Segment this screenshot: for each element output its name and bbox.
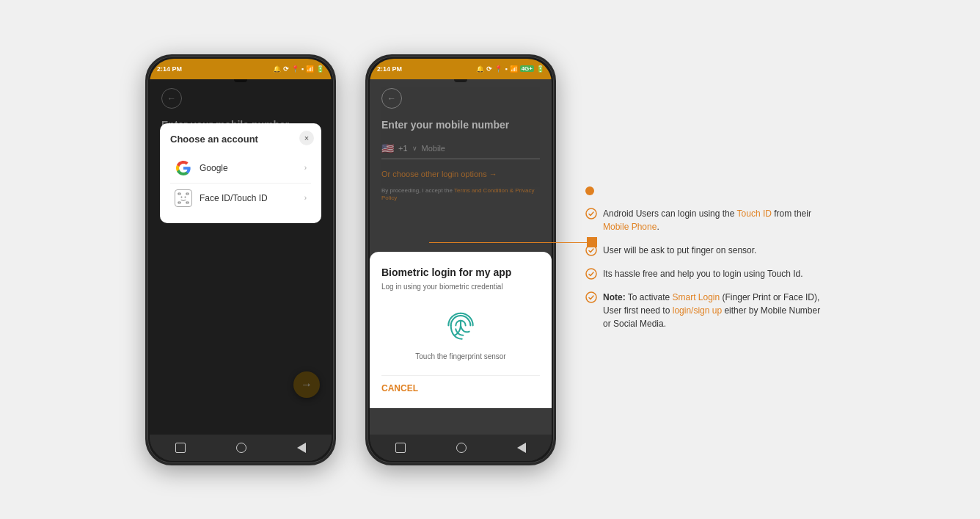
- nav-back-1[interactable]: [297, 443, 306, 453]
- svg-point-7: [586, 245, 596, 255]
- faceid-label: Face ID/Touch ID: [200, 193, 297, 203]
- volume-down-button-2: [365, 149, 367, 170]
- svg-point-5: [185, 196, 186, 197]
- nav-bar-1: [150, 435, 332, 461]
- dialog-close-button[interactable]: ×: [299, 131, 314, 145]
- fingerprint-icon: [442, 308, 479, 345]
- fingerprint-label: Touch the fingerprint sensor: [415, 352, 505, 360]
- google-label: Google: [200, 163, 297, 173]
- info-item-1: Android Users can login using the Touch …: [585, 207, 827, 233]
- connector-line: [429, 242, 590, 243]
- check-icon-2: [585, 244, 597, 256]
- svg-rect-1: [186, 193, 189, 195]
- google-account-item[interactable]: Google ›: [170, 153, 311, 184]
- faceid-chevron: ›: [304, 194, 307, 202]
- status-bar-1: 2:14 PM 🔔⟳📍 ▪📶🔋: [150, 59, 332, 79]
- notch-2: [454, 79, 467, 82]
- info-text-4: Note: To activate Smart Login (Finger Pr…: [603, 291, 827, 330]
- status-icons-1: 🔔⟳📍 ▪📶🔋: [273, 65, 324, 73]
- svg-point-4: [181, 196, 183, 197]
- terms-text-2: By proceeding, I accept the Terms and Co…: [381, 187, 540, 203]
- volume-up-button-2: [365, 123, 367, 143]
- power-button: [334, 130, 336, 159]
- screen-title-2: Enter your mobile number: [381, 119, 540, 131]
- dropdown-2: ∨: [412, 145, 417, 152]
- status-bar-2: 2:14 PM 🔔⟳📍 ▪📶4G+🔋: [370, 59, 552, 79]
- nav-back-2[interactable]: [517, 443, 526, 453]
- info-item-2: User will be ask to put finger on sensor…: [585, 244, 827, 257]
- phone-2: 2:14 PM 🔔⟳📍 ▪📶4G+🔋 ← Enter your mobile n…: [365, 54, 556, 465]
- mobile-input-2[interactable]: Mobile: [422, 144, 445, 153]
- info-item-4: Note: To activate Smart Login (Finger Pr…: [585, 291, 827, 330]
- info-text-2: User will be ask to put finger on sensor…: [603, 244, 756, 257]
- biometric-title: Biometric login for my app: [381, 266, 540, 278]
- flag-2: 🇺🇸: [381, 142, 394, 154]
- nav-circle-2[interactable]: [456, 443, 467, 453]
- nav-square-2[interactable]: [395, 443, 406, 453]
- google-icon: [175, 159, 192, 177]
- faceid-icon: [175, 189, 192, 207]
- check-icon-3: [585, 268, 597, 280]
- volume-down-button: [145, 149, 147, 170]
- back-button-2[interactable]: ←: [381, 88, 402, 109]
- phone-screen-1: ← Enter your mobile number 🇺🇸 +1 ∨ Mobil…: [150, 79, 332, 435]
- status-time-1: 2:14 PM: [157, 65, 182, 73]
- phone-1: 2:14 PM 🔔⟳📍 ▪📶🔋 ← Enter your mobile numb…: [145, 54, 336, 465]
- nav-bar-2: [370, 435, 552, 461]
- status-icons-2: 🔔⟳📍 ▪📶4G+🔋: [476, 65, 544, 73]
- svg-rect-0: [178, 193, 180, 195]
- volume-up-button: [145, 123, 147, 143]
- nav-square-1[interactable]: [175, 443, 186, 453]
- nav-circle-1[interactable]: [236, 443, 246, 453]
- status-time-2: 2:14 PM: [377, 65, 402, 73]
- info-item-3: Its hassle free and help you to login us…: [585, 267, 827, 280]
- biometric-subtitle: Log in using your biometric credential: [381, 283, 540, 291]
- other-login-2[interactable]: Or choose other login options →: [381, 170, 540, 178]
- power-button-2: [555, 130, 556, 159]
- dialog-overlay: Choose an account ×: [150, 79, 332, 435]
- info-dot: [585, 186, 594, 195]
- svg-point-9: [586, 292, 596, 302]
- country-code-2: +1: [398, 144, 408, 153]
- faceid-account-item[interactable]: Face ID/Touch ID ›: [170, 184, 311, 213]
- google-chevron: ›: [304, 164, 307, 172]
- svg-point-8: [586, 269, 596, 279]
- dialog-title: Choose an account: [170, 134, 311, 145]
- svg-rect-3: [186, 202, 189, 203]
- biometric-sheet: Biometric login for my app Log in using …: [370, 252, 552, 408]
- phone-screen-2: ← Enter your mobile number 🇺🇸 +1 ∨ Mobil…: [370, 79, 552, 435]
- svg-rect-2: [178, 202, 180, 203]
- account-dialog: Choose an account ×: [160, 123, 321, 223]
- info-text-3: Its hassle free and help you to login us…: [603, 267, 803, 280]
- check-icon-4: [585, 291, 597, 303]
- info-panel: Android Users can login using the Touch …: [571, 164, 849, 355]
- phone-input-2[interactable]: 🇺🇸 +1 ∨ Mobile: [381, 142, 540, 159]
- biometric-cancel[interactable]: CANCEL: [381, 375, 540, 393]
- check-icon-1: [585, 208, 597, 219]
- svg-point-6: [586, 208, 596, 219]
- fingerprint-area: Touch the fingerprint sensor: [381, 308, 540, 360]
- info-text-1: Android Users can login using the Touch …: [603, 207, 827, 233]
